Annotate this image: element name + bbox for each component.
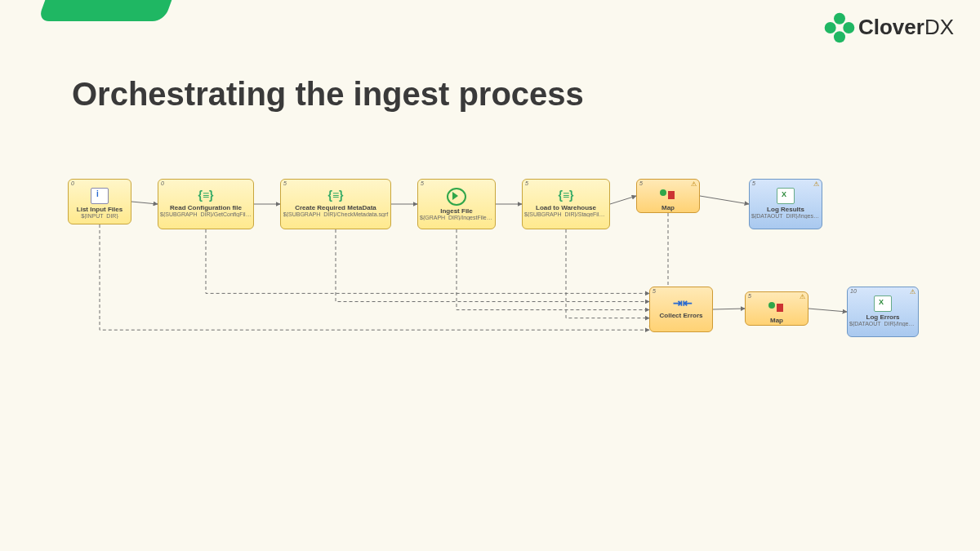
node-phase: 5 bbox=[653, 288, 656, 294]
node-ingestFile: 5Ingest File${GRAPH_DIR}/IngestFile_W... bbox=[417, 179, 496, 229]
node-mapTop: 5⚠Map bbox=[636, 179, 700, 213]
node-phase: 5 bbox=[639, 180, 643, 186]
map-icon bbox=[768, 300, 785, 315]
node-logResults: 5⚠Log Results${DATAOUT_DIR}/IngestLog.xl… bbox=[749, 179, 822, 229]
warning-icon: ⚠ bbox=[800, 293, 805, 300]
warning-icon: ⚠ bbox=[910, 288, 915, 295]
node-sublabel: ${INPUT_DIR} bbox=[69, 213, 131, 219]
node-loadWh: 5{≡}Load to Warehouse${SUBGRAPH_DIR}/Sta… bbox=[522, 179, 610, 229]
node-label: Load to Warehouse bbox=[523, 204, 609, 211]
node-collectErr: 5⇥⇤Collect Errors bbox=[649, 287, 713, 332]
node-sublabel: ${DATAOUT_DIR}/IngestLog.xlsx bbox=[750, 213, 822, 219]
node-listInput: 0List Input Files${INPUT_DIR} bbox=[68, 179, 131, 224]
node-label: Log Results bbox=[750, 206, 822, 213]
node-label: Map bbox=[746, 317, 808, 324]
node-label: Ingest File bbox=[418, 207, 495, 215]
braces-icon: {≡} bbox=[558, 188, 574, 202]
node-label: Create Required MetaData bbox=[281, 204, 390, 211]
workflow-edges bbox=[0, 0, 980, 551]
file-icon bbox=[91, 188, 109, 204]
node-phase: 5 bbox=[283, 180, 287, 186]
warning-icon: ⚠ bbox=[813, 180, 819, 188]
node-phase: 5 bbox=[748, 293, 751, 299]
xls-icon bbox=[777, 188, 795, 204]
node-sublabel: ${SUBGRAPH_DIR}/CheckMetadata.sgrf bbox=[281, 211, 390, 217]
node-createMeta: 5{≡}Create Required MetaData${SUBGRAPH_D… bbox=[280, 179, 391, 229]
node-sublabel: ${DATAOUT_DIR}/IngestLog.xlsx bbox=[848, 321, 918, 327]
node-phase: 0 bbox=[71, 180, 74, 186]
node-sublabel: ${SUBGRAPH_DIR}/StageFile.sgrf bbox=[523, 211, 609, 217]
play-icon bbox=[447, 188, 466, 206]
node-sublabel: ${GRAPH_DIR}/IngestFile_W... bbox=[418, 215, 495, 220]
node-readConfig: 0{≡}Read Configuration file${SUBGRAPH_DI… bbox=[158, 179, 254, 229]
node-phase: 5 bbox=[421, 180, 424, 186]
node-sublabel: ${SUBGRAPH_DIR}/GetConfigFile.sgrf bbox=[158, 211, 253, 217]
node-mapBot: 5⚠Map bbox=[745, 291, 808, 326]
workflow-canvas: 0List Input Files${INPUT_DIR}0{≡}Read Co… bbox=[0, 0, 980, 551]
gather-icon: ⇥⇤ bbox=[673, 295, 689, 310]
node-label: Log Errors bbox=[848, 313, 918, 321]
node-logErrors: 10⚠Log Errors${DATAOUT_DIR}/IngestLog.xl… bbox=[847, 287, 919, 337]
node-label: Read Configuration file bbox=[158, 204, 253, 211]
braces-icon: {≡} bbox=[198, 188, 214, 202]
node-phase: 5 bbox=[525, 180, 528, 186]
braces-icon: {≡} bbox=[327, 188, 344, 202]
warning-icon: ⚠ bbox=[691, 180, 697, 188]
node-phase: 0 bbox=[161, 180, 164, 186]
node-phase: 5 bbox=[752, 180, 755, 186]
node-label: List Input Files bbox=[69, 206, 131, 213]
map-icon bbox=[660, 188, 676, 202]
node-label: Collect Errors bbox=[650, 312, 712, 319]
node-label: Map bbox=[637, 204, 699, 211]
node-phase: 10 bbox=[850, 288, 857, 294]
xls-icon bbox=[874, 295, 892, 312]
